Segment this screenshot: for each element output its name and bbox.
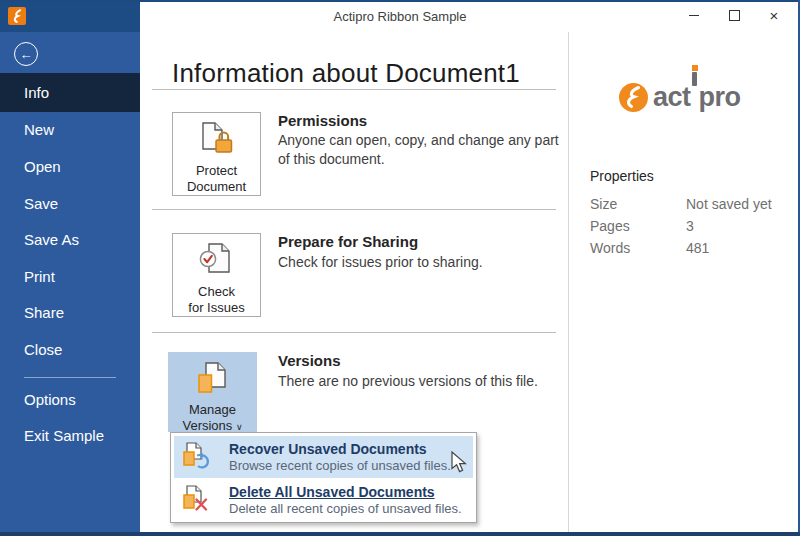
- window-border-top: [0, 0, 800, 2]
- property-label: Size: [590, 196, 617, 212]
- window-controls: ×: [674, 0, 794, 30]
- properties-heading: Properties: [590, 168, 654, 184]
- section-title-permissions: Permissions: [278, 112, 367, 129]
- sidebar-item-exit-sample[interactable]: Exit Sample: [0, 417, 140, 454]
- window-border-bottom: [0, 532, 800, 536]
- menu-item-description: Browse recent copies of unsaved files.: [229, 458, 451, 473]
- sidebar-item-open[interactable]: Open: [0, 148, 140, 185]
- sidebar-item-share[interactable]: Share: [0, 294, 140, 331]
- manage-versions-icon: [197, 362, 229, 399]
- check-for-issues-button[interactable]: Check for Issues: [172, 233, 261, 317]
- manage-versions-menu: Recover Unsaved Documents Browse recent …: [170, 432, 477, 523]
- actipro-wordmark: actpro: [653, 82, 741, 113]
- app-window: Actipro Ribbon Sample × ← Info New Open …: [0, 0, 800, 536]
- property-value: Not saved yet: [686, 196, 772, 212]
- section-desc-permissions: Anyone can open, copy, and change any pa…: [278, 131, 562, 169]
- property-row-words: Words 481: [590, 240, 790, 256]
- menu-item-title: Recover Unsaved Documents: [229, 441, 427, 457]
- check-for-issues-icon: [199, 243, 235, 281]
- heading-rule: [152, 89, 556, 90]
- close-icon: ×: [770, 8, 779, 23]
- app-logo-icon: [8, 7, 26, 25]
- maximize-icon: [729, 10, 740, 21]
- sidebar-item-new[interactable]: New: [0, 111, 140, 148]
- close-button[interactable]: ×: [754, 0, 794, 30]
- sidebar-item-save[interactable]: Save: [0, 185, 140, 222]
- dropdown-chevron-icon: ∨: [236, 422, 243, 432]
- manage-versions-button[interactable]: Manage Versions ∨: [168, 352, 257, 432]
- sidebar-header: [0, 0, 140, 32]
- page-title: Information about Document1: [172, 58, 520, 89]
- sidebar-item-save-as[interactable]: Save As: [0, 221, 140, 258]
- property-row-size: Size Not saved yet: [590, 196, 790, 212]
- logo-letter-i: [691, 85, 699, 106]
- actipro-logo: actpro: [618, 82, 741, 113]
- back-arrow-icon: ←: [20, 48, 33, 61]
- section-divider: [152, 332, 556, 333]
- back-button[interactable]: ←: [14, 42, 38, 66]
- menu-item-title: Delete All Unsaved Documents: [229, 484, 435, 500]
- maximize-button[interactable]: [714, 0, 754, 30]
- manage-versions-label: Manage Versions ∨: [182, 402, 242, 435]
- delete-all-unsaved-icon: [182, 485, 212, 519]
- section-title-versions: Versions: [278, 352, 341, 369]
- recover-unsaved-icon: [182, 442, 212, 476]
- sidebar-divider: [24, 377, 116, 378]
- section-title-prepare: Prepare for Sharing: [278, 233, 418, 250]
- protect-document-icon: [199, 122, 235, 160]
- section-divider: [152, 209, 556, 210]
- section-desc-versions: There are no previous versions of this f…: [278, 372, 562, 391]
- sidebar-item-options[interactable]: Options: [0, 381, 140, 418]
- mouse-cursor: [451, 451, 468, 478]
- section-desc-prepare: Check for issues prior to sharing.: [278, 253, 562, 272]
- menu-item-description: Delete all recent copies of unsaved file…: [229, 501, 462, 516]
- property-label: Words: [590, 240, 630, 256]
- sidebar-item-print[interactable]: Print: [0, 258, 140, 295]
- check-for-issues-label: Check for Issues: [188, 284, 244, 316]
- actipro-swoosh-icon: [618, 82, 649, 113]
- sidebar-item-info[interactable]: Info: [0, 73, 140, 112]
- panel-divider: [568, 32, 569, 532]
- protect-document-label: Protect Document: [187, 163, 246, 195]
- sidebar-item-close[interactable]: Close: [0, 331, 140, 368]
- property-label: Pages: [590, 218, 630, 234]
- menu-item-recover-unsaved[interactable]: Recover Unsaved Documents Browse recent …: [174, 436, 473, 478]
- protect-document-button[interactable]: Protect Document: [172, 112, 261, 196]
- minimize-button[interactable]: [674, 0, 714, 30]
- property-value: 3: [686, 218, 694, 234]
- property-row-pages: Pages 3: [590, 218, 790, 234]
- menu-item-delete-all-unsaved[interactable]: Delete All Unsaved Documents Delete all …: [174, 479, 473, 521]
- property-value: 481: [686, 240, 709, 256]
- backstage-sidebar: ← Info New Open Save Save As Print Share…: [0, 0, 140, 536]
- minimize-icon: [689, 15, 699, 16]
